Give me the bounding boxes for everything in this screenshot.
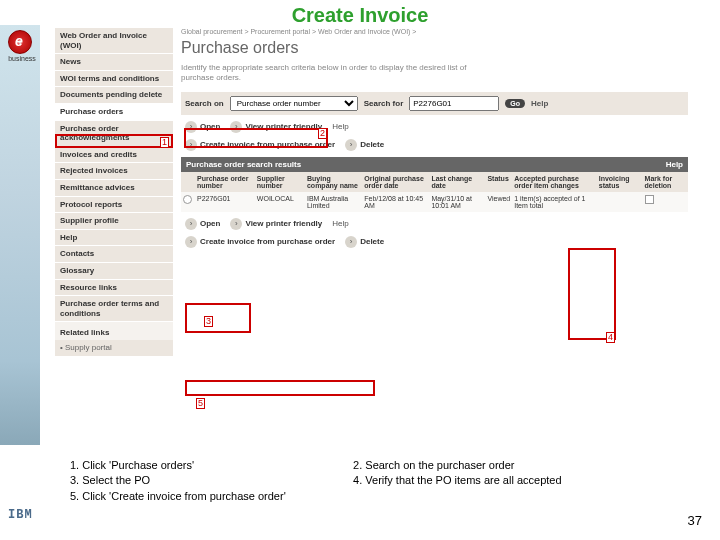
delete-checkbox[interactable] <box>645 195 654 204</box>
results-table: Purchase order number Supplier number Bu… <box>181 172 688 212</box>
cell-orig-date: Feb/12/08 at 10:45 AM <box>362 192 429 212</box>
page-title: Purchase orders <box>181 39 688 57</box>
sidebar-item-resources[interactable]: Resource links <box>55 280 173 297</box>
ibm-logo: IBM <box>8 508 33 522</box>
sidebar-item-invoices[interactable]: Invoices and credits <box>55 147 173 164</box>
open-button-2[interactable]: ›Open <box>185 218 220 230</box>
table-header-row: Purchase order number Supplier number Bu… <box>181 172 688 192</box>
callout-box-2 <box>184 128 328 148</box>
help-link[interactable]: Help <box>332 122 348 131</box>
sidebar-item-news[interactable]: News <box>55 54 173 71</box>
create-invoice-button-2[interactable]: ›Create invoice from purchase order <box>185 236 335 248</box>
printer-button-2[interactable]: ›View printer friendly <box>230 218 322 230</box>
marker-5: 5 <box>196 398 205 409</box>
delete-button[interactable]: ›Delete <box>345 139 384 151</box>
sidebar-item-pending[interactable]: Documents pending delete <box>55 87 173 104</box>
callout-box-1 <box>55 134 173 148</box>
cell-invoicing <box>597 192 643 212</box>
page-description: Identify the appropriate search criteria… <box>181 63 481 84</box>
cell-last-date: May/31/10 at 10:01 AM <box>429 192 485 212</box>
slide-title: Create Invoice <box>0 4 720 27</box>
arrow-icon: › <box>230 218 242 230</box>
cell-po: P2276G01 <box>195 192 255 212</box>
cell-status: Viewed <box>485 192 512 212</box>
arrow-icon: › <box>185 236 197 248</box>
sidebar-item-label: Purchase orders <box>60 107 123 116</box>
sidebar-item-terms[interactable]: WOI terms and conditions <box>55 71 173 88</box>
results-help-link[interactable]: Help <box>666 160 683 169</box>
action-row-bottom: ›Open ›View printer friendly Help <box>181 212 688 236</box>
arrow-icon: › <box>185 218 197 230</box>
delete-button-2[interactable]: ›Delete <box>345 236 384 248</box>
sidebar-item-glossary[interactable]: Glossary <box>55 263 173 280</box>
search-on-label: Search on <box>185 99 224 108</box>
related-link-supply[interactable]: • Supply portal <box>55 340 173 357</box>
decorative-strip <box>0 25 40 445</box>
search-for-input[interactable] <box>409 96 499 111</box>
ebusiness-logo: e business <box>8 30 36 58</box>
sidebar-item-po-terms[interactable]: Purchase order terms and conditions <box>55 296 173 322</box>
search-for-label: Search for <box>364 99 404 108</box>
marker-2: 2 <box>318 128 327 139</box>
sidebar-item-contacts[interactable]: Contacts <box>55 246 173 263</box>
sidebar-item-purchase-orders[interactable]: Purchase orders <box>55 104 173 121</box>
sidebar-item-woi[interactable]: Web Order and Invoice (WOI) <box>55 28 173 54</box>
arrow-icon: › <box>345 139 357 151</box>
cell-accepted: 1 item(s) accepted of 1 Item total <box>512 192 597 212</box>
results-header: Purchase order search results Help <box>181 157 688 172</box>
cell-supplier: WOILOCAL <box>255 192 305 212</box>
select-radio[interactable] <box>183 195 192 204</box>
related-links-heading: Related links <box>55 322 173 340</box>
search-bar: Search on Purchase order number Search f… <box>181 92 688 115</box>
arrow-icon: › <box>345 236 357 248</box>
sidebar-item-profile[interactable]: Supplier profile <box>55 213 173 230</box>
table-row: P2276G01 WOILOCAL IBM Australia Limited … <box>181 192 688 212</box>
sidebar-item-rejected[interactable]: Rejected invoices <box>55 163 173 180</box>
callout-box-4 <box>568 248 616 340</box>
go-button[interactable]: Go <box>505 99 525 108</box>
search-on-select[interactable]: Purchase order number <box>230 96 358 111</box>
callout-box-3 <box>185 303 251 333</box>
breadcrumb: Global procurement > Procurement portal … <box>181 28 688 35</box>
page-number: 37 <box>688 513 702 528</box>
callout-box-5 <box>185 380 375 396</box>
marker-1: 1 <box>160 137 169 148</box>
sidebar-item-help[interactable]: Help <box>55 230 173 247</box>
sidebar: Web Order and Invoice (WOI) News WOI ter… <box>55 28 173 357</box>
marker-4: 4 <box>606 332 615 343</box>
search-help-link[interactable]: Help <box>531 99 548 108</box>
cell-company: IBM Australia Limited <box>305 192 362 212</box>
help-link-2[interactable]: Help <box>332 219 348 228</box>
sidebar-item-remittance[interactable]: Remittance advices <box>55 180 173 197</box>
instructions: 1. Click 'Purchase orders' 3. Select the… <box>70 458 633 504</box>
sidebar-item-protocol[interactable]: Protocol reports <box>55 197 173 214</box>
marker-3: 3 <box>204 316 213 327</box>
